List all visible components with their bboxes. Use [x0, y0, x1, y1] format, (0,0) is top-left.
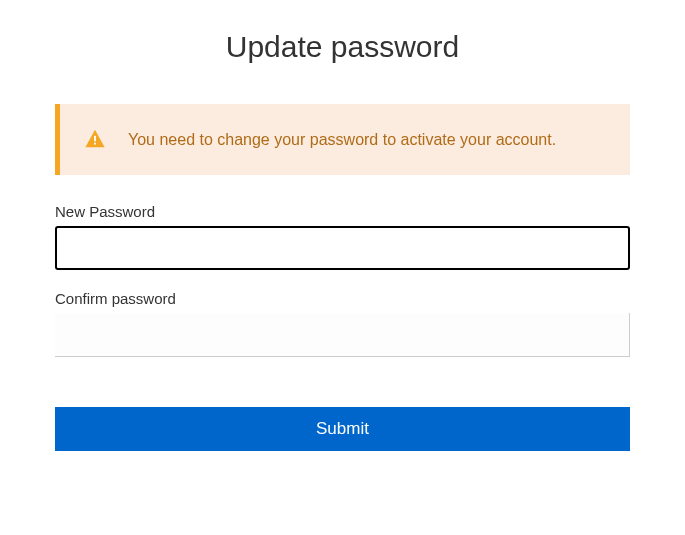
confirm-password-input[interactable] — [55, 313, 630, 357]
page-title: Update password — [55, 30, 630, 64]
warning-icon — [84, 128, 106, 150]
confirm-password-group: Confirm password — [55, 290, 630, 357]
confirm-password-label: Confirm password — [55, 290, 630, 307]
new-password-label: New Password — [55, 203, 630, 220]
new-password-input[interactable] — [55, 226, 630, 270]
alert-message: You need to change your password to acti… — [128, 126, 556, 153]
svg-rect-0 — [94, 136, 96, 142]
new-password-group: New Password — [55, 203, 630, 270]
alert-warning: You need to change your password to acti… — [55, 104, 630, 175]
submit-button[interactable]: Submit — [55, 407, 630, 451]
svg-rect-1 — [94, 143, 96, 145]
